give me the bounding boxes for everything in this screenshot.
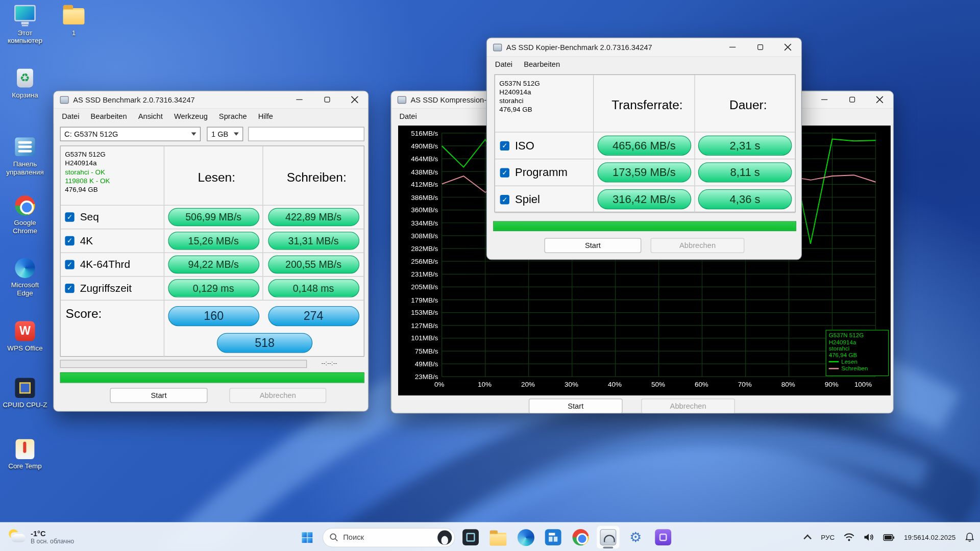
- menu-ansicht[interactable]: Ansicht: [133, 110, 168, 122]
- notifications-button[interactable]: [962, 527, 977, 548]
- chevron-down-icon: [234, 133, 239, 136]
- y-axis-tick-label: 256MB/s: [398, 258, 438, 265]
- seq-checkbox[interactable]: [65, 212, 74, 221]
- menu-sprache[interactable]: Sprache: [213, 110, 253, 122]
- y-axis-tick-label: 334MB/s: [398, 219, 438, 227]
- benchmark-start-button[interactable]: Start: [110, 388, 208, 403]
- maximize-button[interactable]: [838, 91, 866, 108]
- programm-checkbox[interactable]: [500, 168, 509, 177]
- desktop-icon-microsoft-edge[interactable]: Microsoft Edge: [3, 257, 47, 297]
- desktop-icon-label: Панель управления: [3, 160, 47, 176]
- benchmark-cancel-button[interactable]: Abbrechen: [229, 388, 326, 403]
- start-button[interactable]: [295, 525, 319, 549]
- close-icon: [351, 96, 358, 103]
- taskbar-app-store[interactable]: [541, 525, 565, 549]
- battery-icon: [884, 534, 895, 540]
- completion-bar: [493, 221, 796, 231]
- taskbar-app-chrome[interactable]: [569, 525, 593, 549]
- desktop-icon-label: Google Chrome: [3, 219, 47, 235]
- y-axis-tick-label: 231MB/s: [398, 270, 438, 278]
- drive-firmware: H240914a: [65, 159, 159, 167]
- desktop-icon-wps-office[interactable]: WPS Office: [3, 320, 47, 352]
- close-button[interactable]: [340, 91, 368, 108]
- seq-write-value: 422,89 MB/s: [268, 208, 359, 227]
- kompression-start-button[interactable]: Start: [529, 398, 623, 413]
- chart-legend: G537N 512G H240914a storahci 476,94 GB L…: [826, 330, 889, 377]
- chevron-down-icon: [191, 133, 197, 136]
- benchmark-titlebar[interactable]: AS SSD Benchmark 2.0.7316.34247: [54, 91, 368, 109]
- taskbar-app-file-explorer[interactable]: [486, 525, 510, 549]
- taskbar-app-settings[interactable]: ⚙: [624, 525, 648, 549]
- menu-datei[interactable]: Datei: [394, 110, 422, 122]
- 4k64-checkbox[interactable]: [65, 260, 74, 269]
- menu-bearbeiten[interactable]: Bearbeiten: [85, 110, 133, 122]
- as-ssd-benchmark-window: AS SSD Benchmark 2.0.7316.34247 Datei Be…: [53, 91, 369, 412]
- taskbar-app-as-ssd[interactable]: [596, 525, 620, 549]
- kompression-cancel-button[interactable]: Abbrechen: [641, 398, 735, 413]
- menu-datei[interactable]: Datei: [56, 110, 85, 122]
- y-axis-tick-label: 49MB/s: [398, 360, 438, 368]
- x-axis-tick-label: 60%: [695, 381, 720, 388]
- battery-button[interactable]: [880, 527, 898, 548]
- kopier-titlebar[interactable]: AS SSD Kopier-Benchmark 2.0.7316.34247: [487, 38, 801, 57]
- clock-date: 14.02.2025: [921, 533, 955, 541]
- close-icon: [784, 44, 791, 51]
- language-indicator[interactable]: РУС: [818, 527, 838, 548]
- write-column-header: Schreiben:: [280, 166, 346, 185]
- close-button[interactable]: [774, 38, 801, 57]
- spiel-checkbox[interactable]: [500, 194, 509, 204]
- drive-select[interactable]: C: G537N 512G: [60, 127, 201, 141]
- desktop-icon-folder-1[interactable]: 1: [51, 5, 96, 37]
- kopier-menubar: Datei Bearbeiten: [487, 57, 801, 71]
- menu-hilfe[interactable]: Hilfe: [253, 110, 279, 122]
- menu-werkzeug[interactable]: Werkzeug: [168, 110, 213, 122]
- programm-rate-value: 173,59 MB/s: [597, 162, 691, 182]
- table-row-programm: Programm 173,59 MB/s 8,11 s: [495, 159, 795, 186]
- hidden-icons-button[interactable]: [803, 527, 815, 548]
- wps-office-icon: [14, 320, 36, 342]
- x-axis-tick-label: 100%: [854, 381, 879, 388]
- wifi-button[interactable]: [841, 527, 857, 548]
- duration-column-header: Dauer:: [723, 94, 767, 113]
- iso-checkbox[interactable]: [500, 141, 509, 150]
- taskbar-app-dark-monitor[interactable]: [459, 525, 483, 549]
- taskbar-app-edge[interactable]: [514, 525, 538, 549]
- desktop-icon-cpuid-cpuz[interactable]: CPUID CPU-Z: [3, 378, 47, 409]
- y-axis-tick-label: 23MB/s: [398, 373, 438, 381]
- drive-info-panel: G537N 512G H240914a storahci 476,94 GB: [495, 75, 594, 132]
- minimize-button[interactable]: [811, 91, 838, 108]
- folder-icon: [63, 5, 85, 27]
- desktop-icon-this-pc[interactable]: Этот компьютер: [3, 5, 47, 45]
- accesstime-read-value: 0,129 ms: [168, 279, 259, 297]
- menu-datei[interactable]: Datei: [489, 58, 518, 70]
- 4k-checkbox[interactable]: [65, 236, 74, 245]
- test-size-select[interactable]: 1 GB: [207, 127, 243, 141]
- desktop-icon-core-temp[interactable]: Core Temp: [3, 439, 47, 470]
- kopier-cancel-button[interactable]: Abbrechen: [651, 238, 745, 253]
- x-axis-tick-label: 70%: [738, 381, 763, 388]
- y-axis-tick-label: 490MB/s: [398, 142, 438, 150]
- clock[interactable]: 19:56 14.02.2025: [901, 527, 959, 548]
- desktop-icon-label: Microsoft Edge: [3, 281, 47, 297]
- kopier-start-button[interactable]: Start: [545, 238, 642, 253]
- volume-button[interactable]: [861, 527, 877, 548]
- maximize-button[interactable]: [746, 38, 774, 57]
- accesstime-checkbox[interactable]: [65, 284, 74, 293]
- desktop-icon-google-chrome[interactable]: Google Chrome: [3, 195, 47, 235]
- weather-widget[interactable]: -1°C В осн. облачно: [4, 525, 79, 549]
- desktop-icon-recycle-bin[interactable]: Корзина: [3, 67, 47, 99]
- empty-text-field[interactable]: [248, 127, 364, 141]
- minimize-button[interactable]: [719, 38, 746, 57]
- desktop-icon-control-panel[interactable]: Панель управления: [3, 136, 47, 176]
- search-input[interactable]: Поиск: [323, 528, 455, 547]
- minimize-button[interactable]: [286, 91, 313, 108]
- desktop-icon-label: Корзина: [12, 91, 38, 99]
- table-row-zugriffszeit: Zugriffszeit 0,129 ms 0,148 ms: [61, 277, 364, 300]
- legend-model: G537N 512G: [829, 332, 886, 339]
- maximize-button[interactable]: [313, 91, 340, 108]
- taskbar-app-purple[interactable]: [651, 525, 675, 549]
- write-line-sample: [829, 368, 839, 369]
- y-axis-tick-label: 75MB/s: [398, 347, 438, 355]
- close-button[interactable]: [866, 91, 893, 108]
- menu-bearbeiten[interactable]: Bearbeiten: [518, 58, 566, 70]
